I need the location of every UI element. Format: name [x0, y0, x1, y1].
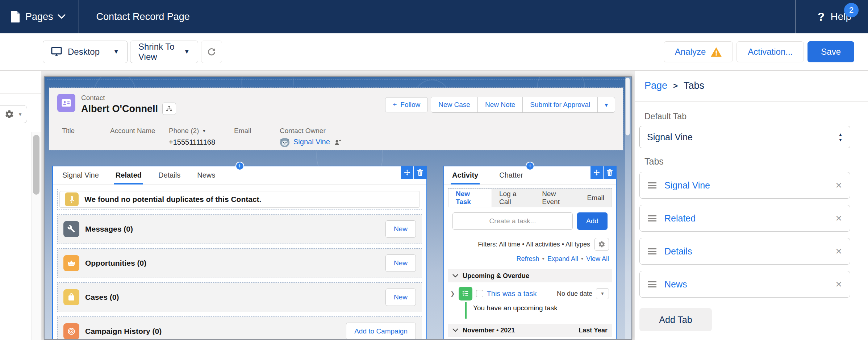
tab-item-label[interactable]: Related — [664, 213, 696, 224]
breadcrumb-separator: > — [673, 81, 678, 91]
create-task-input[interactable] — [452, 212, 573, 230]
dot-separator: • — [542, 255, 544, 263]
cases-new-button[interactable]: New — [385, 289, 416, 306]
tab-item-label[interactable]: News — [664, 279, 687, 290]
tab-list-item-news[interactable]: News × — [639, 271, 850, 298]
canvas-scrollbar[interactable] — [625, 77, 631, 339]
drag-handle-icon[interactable] — [648, 248, 656, 254]
activity-composer-tabs: New Task Log a Call New Event Email — [448, 188, 612, 207]
related-list-campaign-history[interactable]: Campaign History (0) Add to Campaign — [57, 316, 422, 340]
add-tab-button[interactable]: Add Tab — [639, 308, 712, 331]
page-canvas: Contact Albert O'Connell + Follow New — [44, 76, 632, 340]
panel-divider — [0, 94, 41, 94]
composer-tab-log-a-call[interactable]: Log a Call — [492, 189, 535, 207]
follow-button[interactable]: + Follow — [385, 97, 428, 112]
month-section[interactable]: November • 2021 Last Year — [448, 324, 612, 337]
page-doc-icon — [11, 11, 20, 22]
view-all-link[interactable]: View All — [586, 255, 609, 263]
tabs-component[interactable]: + Signal Vine Related Details News — [52, 166, 427, 340]
owner-link[interactable]: Signal Vine — [293, 138, 330, 147]
default-tab-value: Signal Vine — [647, 132, 693, 142]
breadcrumb-page-link[interactable]: Page — [644, 80, 667, 91]
triangle-down-icon[interactable]: ▼ — [202, 128, 206, 133]
tab-related[interactable]: Related — [116, 171, 142, 184]
activity-timeline-component: New Task Log a Call New Event Email Add … — [448, 188, 612, 337]
drag-handle-icon[interactable] — [648, 215, 656, 221]
submit-for-approval-button[interactable]: Submit for Approval — [523, 97, 598, 112]
tab-item-label[interactable]: Signal Vine — [664, 180, 710, 191]
new-case-button[interactable]: New Case — [431, 97, 478, 112]
tab-list-item-related[interactable]: Related × — [639, 205, 850, 232]
insert-component-handle[interactable]: + — [526, 162, 534, 170]
tab-news[interactable]: News — [197, 171, 215, 184]
field-label: Account Name — [110, 127, 155, 135]
chevron-right-icon[interactable]: ❯ — [450, 290, 455, 297]
tab-item-label[interactable]: Details — [664, 246, 692, 257]
delete-component-icon[interactable] — [414, 166, 426, 179]
tab-signal-vine[interactable]: Signal Vine — [62, 171, 99, 184]
remove-tab-icon[interactable]: × — [835, 180, 842, 191]
builder-toolbar: Desktop ▼ Shrink To View ▼ Analyze Activ… — [0, 33, 868, 71]
left-scrollbar-thumb[interactable] — [33, 135, 39, 195]
hierarchy-button[interactable] — [162, 103, 176, 115]
default-tab-select[interactable]: Signal Vine ▲▼ — [639, 126, 850, 148]
refresh-link[interactable]: Refresh — [517, 255, 539, 263]
view-mode-selector[interactable]: Shrink To View ▼ — [130, 41, 198, 63]
duplicates-component[interactable]: We found no potential duplicates of this… — [57, 189, 422, 210]
remove-tab-icon[interactable]: × — [835, 246, 842, 257]
remove-tab-icon[interactable]: × — [835, 213, 842, 224]
help-button[interactable]: ? Help 2 — [796, 0, 868, 33]
refresh-button[interactable] — [201, 41, 222, 63]
remove-tab-icon[interactable]: × — [835, 279, 842, 290]
task-title-link[interactable]: This was a task — [487, 290, 537, 298]
page-title: Contact Record Page — [96, 11, 190, 22]
filters-gear-button[interactable] — [594, 238, 609, 251]
field-label: Contact Owner — [280, 127, 342, 135]
expand-all-link[interactable]: Expand All — [547, 255, 578, 263]
save-button[interactable]: Save — [808, 41, 854, 62]
activity-component[interactable]: + Activity Chatter New Task Log a Call N… — [443, 166, 617, 340]
new-note-button[interactable]: New Note — [478, 97, 523, 112]
task-actions-dropdown[interactable]: ▼ — [596, 288, 609, 299]
add-to-campaign-button[interactable]: Add to Campaign — [346, 323, 416, 340]
tab-list-item-details[interactable]: Details × — [639, 238, 850, 265]
messages-new-button[interactable]: New — [385, 220, 416, 238]
change-owner-icon[interactable] — [334, 138, 342, 146]
left-scrollbar[interactable] — [31, 132, 41, 340]
composer-tab-new-event[interactable]: New Event — [535, 189, 580, 207]
task-checkbox[interactable] — [476, 290, 483, 297]
related-list-label: Cases (0) — [85, 293, 119, 302]
composer-tab-new-task[interactable]: New Task — [448, 189, 492, 207]
analyze-button[interactable]: Analyze — [664, 41, 733, 62]
canvas-scrollbar-thumb[interactable] — [625, 78, 630, 136]
delete-component-icon[interactable] — [604, 166, 616, 179]
tab-activity[interactable]: Activity — [452, 171, 478, 184]
gear-icon — [5, 109, 14, 119]
crown-icon — [63, 255, 79, 271]
record-name: Albert O'Connell — [81, 103, 158, 115]
related-list-cases[interactable]: Cases (0) New — [57, 282, 422, 312]
drag-handle-icon[interactable] — [648, 281, 656, 287]
more-actions-dropdown[interactable]: ▼ — [598, 97, 615, 112]
drag-handle-icon[interactable] — [648, 182, 656, 188]
related-list-messages[interactable]: Messages (0) New — [57, 214, 422, 244]
record-highlights-component[interactable]: Contact Albert O'Connell + Follow New — [49, 88, 623, 150]
device-selector[interactable]: Desktop ▼ — [43, 41, 128, 63]
opportunities-new-button[interactable]: New — [385, 254, 416, 272]
analyze-label: Analyze — [675, 47, 706, 57]
move-component-icon[interactable] — [591, 166, 603, 179]
tab-list-item-signal-vine[interactable]: Signal Vine × — [639, 172, 850, 199]
insert-component-handle[interactable]: + — [235, 162, 244, 170]
composer-tab-email[interactable]: Email — [580, 189, 612, 207]
move-component-icon[interactable] — [401, 166, 413, 179]
add-task-button[interactable]: Add — [577, 212, 608, 230]
settings-menu-button[interactable]: ▼ — [0, 105, 27, 123]
related-list-opportunities[interactable]: Opportunities (0) New — [57, 248, 422, 278]
field-title: Title — [62, 127, 75, 135]
tab-details[interactable]: Details — [158, 171, 180, 184]
upcoming-overdue-section[interactable]: Upcoming & Overdue — [448, 269, 612, 282]
tab-chatter[interactable]: Chatter — [499, 171, 523, 184]
dot-separator: • — [581, 255, 583, 263]
activation-button[interactable]: Activation... — [736, 41, 804, 62]
pages-menu-button[interactable]: Pages — [25, 11, 66, 22]
